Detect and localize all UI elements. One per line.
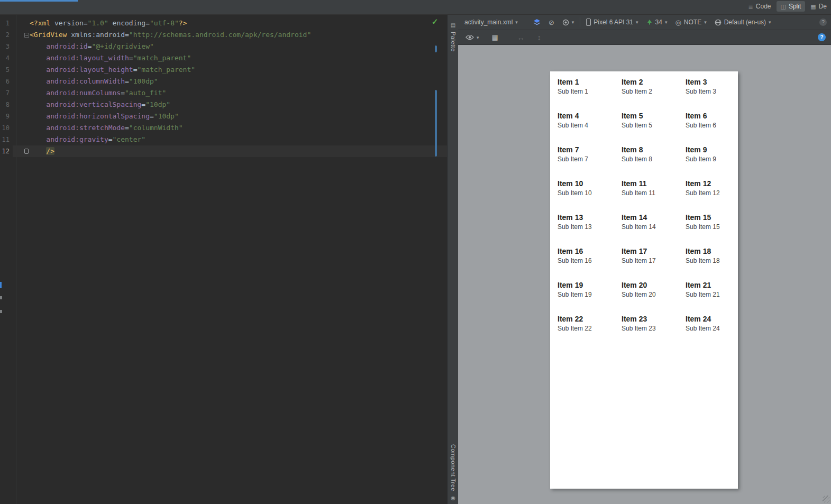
theme-selector[interactable]: ◎ NOTE ▾ bbox=[673, 17, 708, 27]
grid-item[interactable]: Item 5Sub Item 5 bbox=[622, 112, 686, 145]
grid-item-subtitle: Sub Item 2 bbox=[622, 88, 686, 95]
code-line-7[interactable]: 7 android:numColumns="auto_fit" bbox=[0, 87, 447, 99]
line-number[interactable]: 6 bbox=[0, 76, 13, 87]
locale-selector[interactable]: Default (en-us) ▾ bbox=[713, 17, 773, 27]
code-line-5[interactable]: 5 android:layout_height="match_parent" bbox=[0, 64, 447, 76]
design-view-button[interactable]: ▦ De bbox=[806, 1, 831, 12]
grid-item[interactable]: Item 9Sub Item 9 bbox=[686, 145, 745, 179]
grid-item[interactable]: Item 17Sub Item 17 bbox=[622, 247, 686, 281]
fold-marker-icon[interactable] bbox=[24, 33, 29, 38]
view-options-button[interactable]: ▾ bbox=[463, 33, 481, 41]
color-picker-icon bbox=[562, 19, 569, 26]
design-panel: activity_main.xml ▾ ⊘ ▾ Pixel 6 API 31 ▾ bbox=[458, 15, 831, 504]
design-surface[interactable]: Item 1Sub Item 1Item 2Sub Item 2Item 3Su… bbox=[458, 45, 831, 504]
grid-item-title: Item 1 bbox=[558, 78, 622, 86]
code-line-4[interactable]: 4 android:layout_width="match_parent" bbox=[0, 52, 447, 64]
grid-item[interactable]: Item 7Sub Item 7 bbox=[558, 145, 622, 179]
layers-button[interactable] bbox=[531, 17, 543, 27]
device-selector[interactable]: Pixel 6 API 31 ▾ bbox=[584, 17, 640, 27]
palette-tool-button[interactable]: ▤ Palette bbox=[448, 22, 459, 52]
grid-item-subtitle: Sub Item 9 bbox=[686, 155, 745, 163]
grid-item[interactable]: Item 13Sub Item 13 bbox=[558, 213, 622, 247]
xml-code-editor[interactable]: 1<?xml version="1.0" encoding="utf-8"?>2… bbox=[0, 15, 447, 504]
grid-item[interactable]: Item 21Sub Item 21 bbox=[686, 281, 745, 315]
tool-window-stripe-marker[interactable] bbox=[0, 282, 2, 288]
code-line-12[interactable]: 12 /> bbox=[0, 145, 447, 157]
grid-item[interactable]: Item 11Sub Item 11 bbox=[622, 179, 686, 213]
line-number[interactable]: 4 bbox=[0, 52, 13, 64]
component-tree-icon: ◉ bbox=[451, 495, 455, 501]
code-text: android:layout_width="match_parent" bbox=[30, 52, 447, 64]
gridview-preview[interactable]: Item 1Sub Item 1Item 2Sub Item 2Item 3Su… bbox=[550, 71, 738, 349]
code-line-8[interactable]: 8 android:verticalSpacing="10dp" bbox=[0, 99, 447, 111]
grid-item-subtitle: Sub Item 12 bbox=[686, 189, 745, 197]
code-view-button[interactable]: ≣ Code bbox=[744, 1, 775, 12]
grid-item[interactable]: Item 12Sub Item 12 bbox=[686, 179, 745, 213]
grid-item[interactable]: Item 8Sub Item 8 bbox=[622, 145, 686, 179]
grid-item[interactable]: Item 6Sub Item 6 bbox=[686, 112, 745, 145]
file-selector[interactable]: activity_main.xml ▾ bbox=[462, 17, 520, 27]
slash-circle-icon: ⊘ bbox=[549, 19, 554, 26]
grid-item[interactable]: Item 10Sub Item 10 bbox=[558, 179, 622, 213]
line-number[interactable]: 2 bbox=[0, 29, 13, 41]
line-number[interactable]: 12 bbox=[0, 145, 13, 157]
code-line-2[interactable]: 2<GridView xmlns:android="http://schemas… bbox=[0, 29, 447, 41]
grid-item[interactable]: Item 19Sub Item 19 bbox=[558, 281, 622, 315]
grid-item-subtitle: Sub Item 10 bbox=[558, 189, 622, 197]
grid-item[interactable]: Item 20Sub Item 20 bbox=[622, 281, 686, 315]
grid-item-title: Item 23 bbox=[622, 315, 686, 323]
grid-item[interactable]: Item 15Sub Item 15 bbox=[686, 213, 745, 247]
resize-grip[interactable] bbox=[823, 496, 829, 502]
code-view-label: Code bbox=[756, 3, 771, 10]
disable-preview-button[interactable]: ⊘ bbox=[546, 18, 556, 27]
grid-item-title: Item 6 bbox=[686, 112, 745, 120]
grid-item[interactable]: Item 18Sub Item 18 bbox=[686, 247, 745, 281]
blueprint-mode-button[interactable]: ▦ bbox=[490, 33, 500, 42]
grid-item[interactable]: Item 4Sub Item 4 bbox=[558, 112, 622, 145]
pan-vertical-button[interactable]: ↕ bbox=[535, 32, 543, 43]
line-number[interactable]: 7 bbox=[0, 87, 13, 99]
line-number[interactable]: 11 bbox=[0, 134, 13, 145]
grid-item[interactable]: Item 2Sub Item 2 bbox=[622, 78, 686, 112]
device-preview-screen[interactable]: Item 1Sub Item 1Item 2Sub Item 2Item 3Su… bbox=[550, 71, 738, 489]
code-text: android:verticalSpacing="10dp" bbox=[30, 99, 447, 111]
grid-item[interactable]: Item 16Sub Item 16 bbox=[558, 247, 622, 281]
line-number[interactable]: 10 bbox=[0, 122, 13, 134]
chevron-down-icon: ▾ bbox=[704, 20, 707, 25]
device-phone-icon bbox=[586, 19, 591, 26]
code-text: android:id="@+id/gridview" bbox=[30, 41, 447, 52]
vcs-change-bar bbox=[435, 90, 437, 157]
line-number[interactable]: 8 bbox=[0, 99, 13, 111]
help-button[interactable]: ? bbox=[818, 33, 826, 41]
grid-item[interactable]: Item 22Sub Item 22 bbox=[558, 315, 622, 349]
code-lines[interactable]: 1<?xml version="1.0" encoding="utf-8"?>2… bbox=[0, 15, 447, 157]
grid-item[interactable]: Item 24Sub Item 24 bbox=[686, 315, 745, 349]
grid-item[interactable]: Item 3Sub Item 3 bbox=[686, 78, 745, 112]
issue-indicator-button[interactable]: ? bbox=[819, 19, 827, 26]
grid-item[interactable]: Item 23Sub Item 23 bbox=[622, 315, 686, 349]
code-line-9[interactable]: 9 android:horizontalSpacing="10dp" bbox=[0, 111, 447, 122]
code-line-11[interactable]: 11 android:gravity="center" bbox=[0, 134, 447, 145]
api-level-selector[interactable]: 34 ▾ bbox=[644, 17, 670, 27]
line-number[interactable]: 1 bbox=[0, 17, 13, 29]
grid-item[interactable]: Item 14Sub Item 14 bbox=[622, 213, 686, 247]
code-text: <?xml version="1.0" encoding="utf-8"?> bbox=[30, 17, 447, 29]
component-tree-tool-button[interactable]: Component Tree ◉ bbox=[448, 444, 459, 501]
editor-mode-toggles: ≣ Code ◫ Split ▦ De bbox=[744, 1, 831, 12]
code-line-6[interactable]: 6 android:columnWidth="100dp" bbox=[0, 76, 447, 87]
active-file-tab-indicator[interactable] bbox=[0, 0, 78, 2]
line-number[interactable]: 5 bbox=[0, 64, 13, 76]
gutter-fold-column bbox=[13, 145, 30, 157]
color-actions-button[interactable]: ▾ bbox=[560, 18, 577, 27]
code-line-3[interactable]: 3 android:id="@+id/gridview" bbox=[0, 41, 447, 52]
line-number[interactable]: 3 bbox=[0, 41, 13, 52]
grid-item[interactable]: Item 1Sub Item 1 bbox=[558, 78, 622, 112]
code-line-1[interactable]: 1<?xml version="1.0" encoding="utf-8"?> bbox=[0, 17, 447, 29]
pan-horizontal-button[interactable]: ↔ bbox=[515, 32, 527, 43]
grid-item-title: Item 7 bbox=[558, 145, 622, 154]
line-number[interactable]: 9 bbox=[0, 111, 13, 122]
tool-window-stripe-tick bbox=[0, 310, 2, 313]
code-line-10[interactable]: 10 android:stretchMode="columnWidth" bbox=[0, 122, 447, 134]
split-view-button[interactable]: ◫ Split bbox=[777, 1, 806, 12]
grid-item-title: Item 24 bbox=[686, 315, 745, 323]
